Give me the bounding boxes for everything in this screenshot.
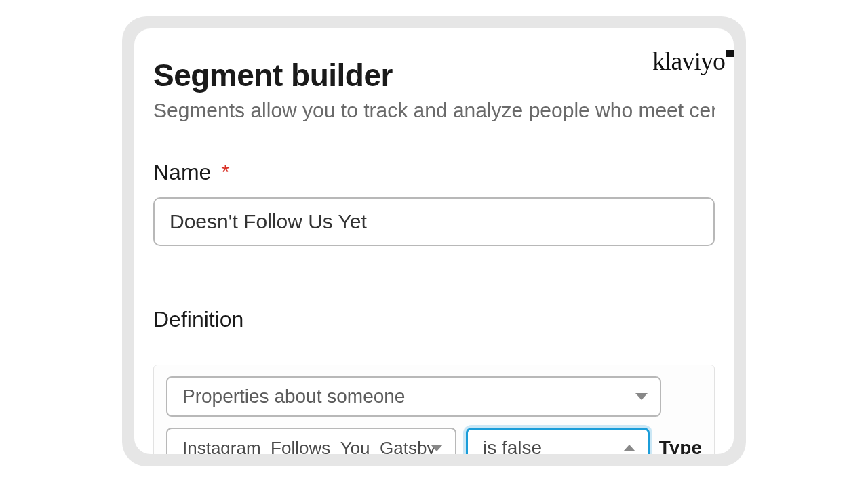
chevron-down-icon <box>431 445 443 451</box>
definition-heading: Definition <box>153 307 715 332</box>
name-field-group: Name * <box>153 160 715 246</box>
page-subtitle: Segments allow you to track and analyze … <box>153 99 715 122</box>
condition-type-value: Properties about someone <box>182 386 405 407</box>
name-label-text: Name <box>153 160 211 184</box>
operator-value: is false <box>483 437 542 454</box>
operator-select[interactable]: is false <box>466 428 650 454</box>
property-select[interactable]: Instagram_Follows_You_Gatsby <box>166 428 456 454</box>
segment-name-input[interactable] <box>153 197 715 246</box>
condition-row: Instagram_Follows_You_Gatsby is false Ty… <box>166 428 702 454</box>
chevron-down-icon <box>635 393 648 400</box>
chevron-up-icon <box>623 445 635 451</box>
name-field-label: Name * <box>153 160 715 185</box>
required-indicator: * <box>221 160 229 184</box>
device-frame: klaviyo Segment builder Segments allow y… <box>122 16 746 466</box>
condition-type-select[interactable]: Properties about someone <box>166 376 661 417</box>
logo-text: klaviyo <box>652 46 725 76</box>
segment-builder-screen: klaviyo Segment builder Segments allow y… <box>134 28 734 454</box>
rule-panel: Properties about someone Instagram_Follo… <box>153 365 715 454</box>
type-label: Type <box>659 437 702 454</box>
page-title: Segment builder <box>153 57 715 94</box>
property-value: Instagram_Follows_You_Gatsby <box>182 438 435 455</box>
klaviyo-logo: klaviyo <box>652 46 734 76</box>
app-viewport: klaviyo Segment builder Segments allow y… <box>134 28 734 454</box>
logo-mark-icon <box>726 50 734 57</box>
